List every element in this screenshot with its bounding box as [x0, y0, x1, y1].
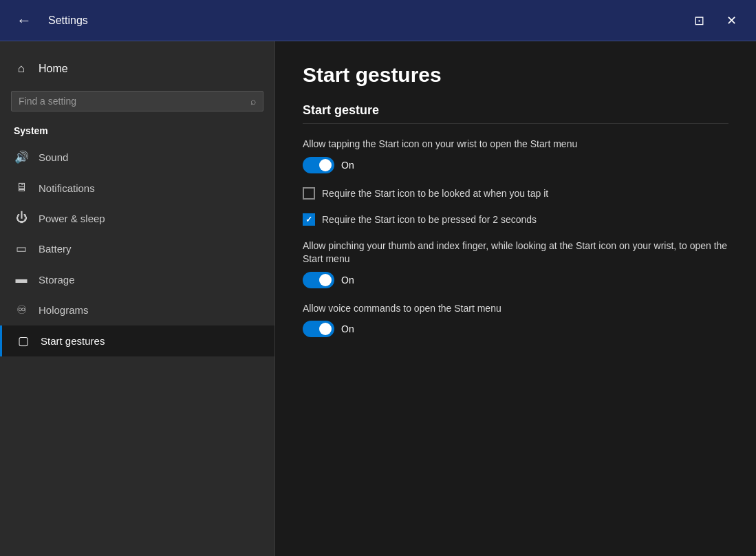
sidebar-item-label: Battery — [39, 243, 72, 255]
voice-toggle[interactable] — [303, 321, 334, 337]
main-container: ⌂ Home ⌕ System 🔊 Sound 🖥 Notifications … — [0, 41, 756, 556]
restore-button[interactable]: ⊡ — [686, 12, 713, 30]
press-2s-checkbox[interactable] — [303, 213, 315, 226]
sidebar-item-notifications[interactable]: 🖥 Notifications — [0, 173, 274, 203]
sidebar-item-battery[interactable]: ▭ Battery — [0, 233, 274, 264]
sidebar-item-label: Holograms — [39, 304, 89, 316]
press-2s-checkbox-row: Require the Start icon to be pressed for… — [303, 213, 728, 226]
page-title: Start gestures — [303, 63, 728, 87]
setting-tap-start: Allow tapping the Start icon on your wri… — [303, 138, 728, 173]
pinch-toggle-row: On — [303, 272, 728, 288]
setting-voice: Allow voice commands to open the Start m… — [303, 302, 728, 338]
power-icon: ⏻ — [14, 211, 29, 225]
sidebar-item-label: Storage — [39, 274, 75, 286]
sidebar: ⌂ Home ⌕ System 🔊 Sound 🖥 Notifications … — [0, 41, 275, 556]
tap-start-toggle-label: On — [341, 160, 354, 171]
voice-toggle-label: On — [341, 323, 354, 334]
system-section-label: System — [0, 120, 274, 142]
section-heading: Start gesture — [303, 103, 728, 124]
sidebar-item-label: Sound — [39, 151, 68, 163]
sidebar-item-label: Start gestures — [41, 335, 105, 347]
back-button[interactable]: ← — [11, 10, 37, 31]
home-icon: ⌂ — [14, 62, 29, 76]
titlebar: ← Settings ⊡ ✕ — [0, 0, 756, 41]
close-button[interactable]: ✕ — [718, 12, 745, 30]
setting-pinch: Allow pinching your thumb and index fing… — [303, 239, 728, 288]
sidebar-item-power[interactable]: ⏻ Power & sleep — [0, 203, 274, 233]
look-at-label: Require the Start icon to be looked at w… — [322, 188, 548, 199]
battery-icon: ▭ — [14, 242, 29, 256]
storage-icon: ▬ — [14, 272, 29, 286]
tap-start-desc: Allow tapping the Start icon on your wri… — [303, 138, 728, 151]
sidebar-item-storage[interactable]: ▬ Storage — [0, 264, 274, 295]
notifications-icon: 🖥 — [14, 181, 29, 195]
sidebar-item-home[interactable]: ⌂ Home — [0, 55, 274, 83]
start-gestures-icon: ▢ — [16, 334, 31, 348]
sidebar-item-label: Notifications — [39, 182, 95, 194]
search-icon: ⌕ — [250, 96, 256, 107]
content-area: Start gestures Start gesture Allow tappi… — [275, 41, 756, 556]
titlebar-title: Settings — [48, 14, 686, 27]
sound-icon: 🔊 — [14, 150, 29, 164]
voice-toggle-row: On — [303, 321, 728, 337]
sidebar-home-label: Home — [39, 63, 68, 75]
sidebar-item-label: Power & sleep — [39, 213, 105, 224]
look-at-checkbox[interactable] — [303, 187, 315, 200]
setting-look-at: Require the Start icon to be looked at w… — [303, 187, 728, 200]
tap-start-toggle[interactable] — [303, 157, 334, 173]
tap-start-toggle-row: On — [303, 157, 728, 173]
sidebar-item-sound[interactable]: 🔊 Sound — [0, 142, 274, 173]
holograms-icon: ♾ — [14, 303, 29, 317]
titlebar-controls: ⊡ ✕ — [686, 12, 745, 30]
search-input[interactable] — [19, 96, 245, 107]
pinch-toggle[interactable] — [303, 272, 334, 288]
pinch-desc: Allow pinching your thumb and index fing… — [303, 239, 728, 266]
setting-press-2s: Require the Start icon to be pressed for… — [303, 213, 728, 226]
voice-desc: Allow voice commands to open the Start m… — [303, 302, 728, 316]
sidebar-search: ⌕ — [11, 91, 263, 111]
sidebar-item-holograms[interactable]: ♾ Holograms — [0, 295, 274, 325]
sidebar-item-start-gestures[interactable]: ▢ Start gestures — [0, 325, 274, 356]
pinch-toggle-label: On — [341, 275, 354, 286]
press-2s-label: Require the Start icon to be pressed for… — [322, 214, 537, 225]
look-at-checkbox-row: Require the Start icon to be looked at w… — [303, 187, 728, 200]
